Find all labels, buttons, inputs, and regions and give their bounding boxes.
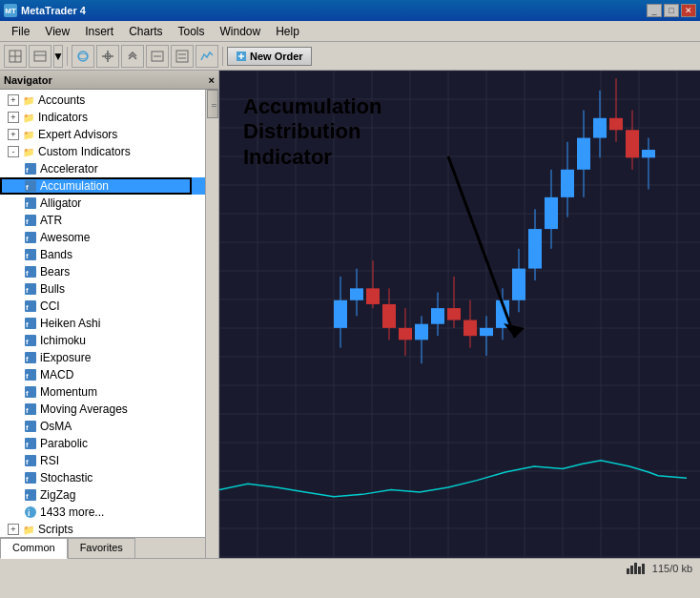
menu-bar: File View Insert Charts Tools Window Hel…	[0, 21, 700, 42]
menu-window[interactable]: Window	[213, 23, 269, 40]
nav-item-bulls[interactable]: f Bulls	[0, 280, 205, 298]
toolbar-new-chart[interactable]	[4, 45, 27, 68]
nav-item-awesome[interactable]: f Awesome	[0, 229, 205, 246]
tab-favorites[interactable]: Favorites	[68, 538, 135, 558]
toolbar-connect[interactable]	[72, 45, 94, 68]
annotation-line2: Distribution	[243, 119, 381, 144]
menu-tools[interactable]: Tools	[171, 23, 213, 40]
nav-label-osma: OsMA	[40, 420, 72, 433]
svg-text:f: f	[26, 217, 29, 226]
nav-item-macd[interactable]: f MACD	[0, 366, 205, 383]
expand-icon-indicators[interactable]: +	[8, 112, 19, 123]
nav-item-atr[interactable]: f ATR	[0, 212, 205, 229]
maximize-button[interactable]: □	[664, 4, 679, 17]
nav-item-bears[interactable]: f Bears	[0, 263, 205, 280]
nav-tree[interactable]: + 📁 Accounts + 📁 Indicators + 📁 Expert A…	[0, 90, 218, 537]
menu-charts[interactable]: Charts	[121, 23, 170, 40]
nav-item-parabolic[interactable]: f Parabolic	[0, 435, 205, 452]
menu-insert[interactable]: Insert	[77, 23, 121, 40]
svg-text:f: f	[26, 475, 29, 484]
menu-view[interactable]: View	[37, 23, 77, 40]
svg-text:f: f	[26, 389, 29, 398]
indicator-icon-ichimoku: f	[23, 333, 38, 348]
nav-item-moving-averages[interactable]: f Moving Averages	[0, 401, 205, 418]
nav-item-cci[interactable]: f CCI	[0, 298, 205, 315]
nav-item-heiken-ashi[interactable]: f Heiken Ashi	[0, 315, 205, 332]
nav-label-bears: Bears	[40, 265, 70, 278]
nav-label-accumulation: Accumulation	[40, 179, 109, 193]
market-watch-icon	[627, 563, 645, 574]
close-button[interactable]: ✕	[681, 4, 696, 17]
nav-item-rsi[interactable]: f RSI	[0, 452, 205, 469]
nav-item-expert-advisors[interactable]: + 📁 Expert Advisors	[0, 126, 205, 143]
indicator-icon-parabolic: f	[23, 436, 38, 451]
svg-text:f: f	[26, 458, 29, 466]
toolbar-zoom-in[interactable]	[121, 45, 144, 68]
nav-label-bands: Bands	[40, 248, 72, 261]
nav-scrollbar[interactable]	[205, 90, 218, 558]
nav-item-more[interactable]: i 1433 more...	[0, 504, 205, 521]
toolbar-dropdown1[interactable]: ▼	[53, 45, 63, 68]
nav-item-osma[interactable]: f OsMA	[0, 418, 205, 435]
annotation-line3: Indicator	[243, 145, 381, 170]
nav-item-accumulation[interactable]: f Accumulation	[0, 177, 205, 195]
folder-icon-scripts: 📁	[21, 522, 36, 537]
toolbar-crosshair[interactable]	[96, 45, 119, 68]
nav-label-heiken-ashi: Heiken Ashi	[40, 317, 100, 330]
nav-item-stochastic[interactable]: f Stochastic	[0, 469, 205, 486]
annotation-overlay: Accumulation Distribution Indicator	[243, 94, 381, 170]
nav-item-iexposure[interactable]: f iExposure	[0, 349, 205, 366]
menu-file[interactable]: File	[4, 23, 37, 40]
svg-text:f: f	[26, 166, 29, 175]
toolbar-zoom-out[interactable]	[146, 45, 169, 68]
nav-item-ichimoku[interactable]: f Ichimoku	[0, 332, 205, 349]
toolbar-templates[interactable]	[29, 45, 51, 68]
nav-item-alligator[interactable]: f Alligator	[0, 195, 205, 212]
nav-item-accelerator[interactable]: f Accelerator	[0, 160, 205, 177]
svg-text:f: f	[26, 252, 29, 260]
svg-text:f: f	[26, 303, 29, 312]
svg-text:f: f	[26, 200, 29, 209]
nav-scroll-thumb[interactable]	[207, 90, 218, 118]
tab-common[interactable]: Common	[0, 538, 68, 559]
expand-icon-accounts[interactable]: +	[8, 94, 19, 106]
svg-text:f: f	[26, 235, 29, 243]
svg-text:f: f	[26, 372, 29, 381]
nav-label-awesome: Awesome	[40, 231, 90, 244]
title-bar-controls[interactable]: _ □ ✕	[647, 4, 696, 17]
more-icon: i	[23, 505, 38, 520]
nav-item-indicators[interactable]: + 📁 Indicators	[0, 109, 205, 126]
expand-icon-ea[interactable]: +	[8, 129, 19, 140]
nav-scroll-grip	[212, 104, 216, 107]
nav-label-atr: ATR	[40, 214, 62, 227]
indicator-icon-awesome: f	[23, 230, 38, 245]
nav-item-bands[interactable]: f Bands	[0, 246, 205, 263]
nav-item-custom-indicators[interactable]: - 📁 Custom Indicators	[0, 143, 205, 160]
nav-label-zigzag: ZigZag	[40, 488, 75, 502]
nav-item-scripts[interactable]: + 📁 Scripts	[0, 521, 205, 537]
new-order-button[interactable]: New Order	[227, 47, 312, 66]
svg-rect-3	[34, 52, 46, 61]
folder-icon-accounts: 📁	[21, 93, 36, 108]
navigator-header: Navigator ×	[0, 71, 218, 90]
indicator-icon-alligator: f	[23, 196, 38, 211]
nav-label-iexposure: iExposure	[40, 351, 91, 364]
folder-icon-custom: 📁	[21, 144, 36, 159]
svg-text:f: f	[26, 286, 29, 295]
nav-item-zigzag[interactable]: f ZigZag	[0, 486, 205, 504]
navigator-close[interactable]: ×	[209, 74, 215, 86]
nav-label-accounts: Accounts	[38, 93, 85, 107]
toolbar-indicators[interactable]	[196, 45, 218, 68]
expand-icon-scripts[interactable]: +	[8, 524, 19, 535]
nav-item-accounts[interactable]: + 📁 Accounts	[0, 92, 205, 109]
nav-label-momentum: Momentum	[40, 385, 97, 399]
toolbar-properties[interactable]	[171, 45, 194, 68]
indicator-icon-bears: f	[23, 264, 38, 279]
minimize-button[interactable]: _	[647, 4, 662, 17]
menu-help[interactable]: Help	[268, 23, 307, 40]
chart-area[interactable]: Accumulation Distribution Indicator	[219, 71, 700, 558]
nav-item-momentum[interactable]: f Momentum	[0, 383, 205, 401]
expand-icon-custom[interactable]: -	[8, 146, 19, 157]
svg-point-57	[25, 506, 36, 518]
indicator-icon-atr: f	[23, 213, 38, 228]
